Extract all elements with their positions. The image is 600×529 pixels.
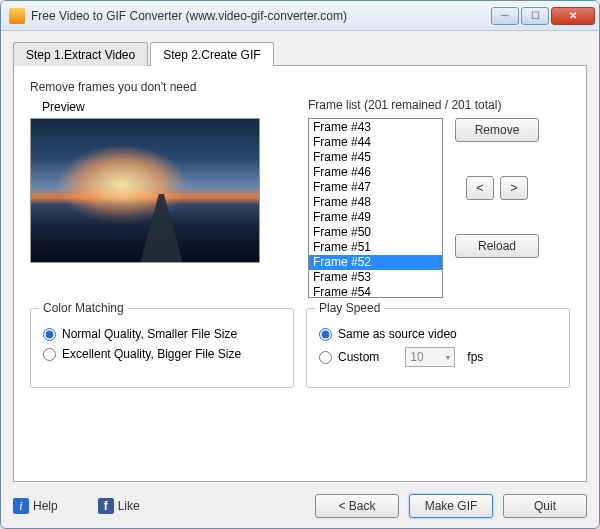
tab-page-step2: Remove frames you don't need Preview Fra… bbox=[13, 65, 587, 482]
remove-button[interactable]: Remove bbox=[455, 118, 539, 142]
fps-value: 10 bbox=[410, 350, 423, 364]
app-icon bbox=[9, 8, 25, 24]
back-button[interactable]: < Back bbox=[315, 494, 399, 518]
radio-same-label: Same as source video bbox=[338, 327, 457, 341]
radio-normal-quality[interactable]: Normal Quality, Smaller File Size bbox=[43, 327, 281, 341]
fps-unit: fps bbox=[467, 350, 483, 364]
color-matching-title: Color Matching bbox=[39, 301, 128, 315]
frame-list-item[interactable]: Frame #45 bbox=[309, 150, 442, 165]
next-frame-button[interactable]: > bbox=[500, 176, 528, 200]
frame-list-label: Frame list (201 remained / 201 total) bbox=[308, 98, 570, 112]
radio-custom-speed[interactable]: Custom 10 ▾ fps bbox=[319, 347, 557, 367]
radio-excellent-label: Excellent Quality, Bigger File Size bbox=[62, 347, 241, 361]
like-label: Like bbox=[118, 499, 140, 513]
radio-same-input[interactable] bbox=[319, 328, 332, 341]
frame-list-item[interactable]: Frame #52 bbox=[309, 255, 442, 270]
frame-list-item[interactable]: Frame #54 bbox=[309, 285, 442, 298]
color-matching-group: Color Matching Normal Quality, Smaller F… bbox=[30, 308, 294, 388]
client-area: Step 1.Extract Video Step 2.Create GIF R… bbox=[1, 31, 599, 528]
window-title: Free Video to GIF Converter (www.video-g… bbox=[31, 9, 491, 23]
radio-excellent-input[interactable] bbox=[43, 348, 56, 361]
frame-list-item[interactable]: Frame #49 bbox=[309, 210, 442, 225]
tab-step1[interactable]: Step 1.Extract Video bbox=[13, 42, 148, 66]
radio-normal-input[interactable] bbox=[43, 328, 56, 341]
radio-normal-label: Normal Quality, Smaller File Size bbox=[62, 327, 237, 341]
remove-frames-title: Remove frames you don't need bbox=[30, 80, 292, 94]
fps-spinner[interactable]: 10 ▾ bbox=[405, 347, 455, 367]
frame-list-item[interactable]: Frame #47 bbox=[309, 180, 442, 195]
play-speed-group: Play Speed Same as source video Custom 1… bbox=[306, 308, 570, 388]
play-speed-title: Play Speed bbox=[315, 301, 384, 315]
tab-step2[interactable]: Step 2.Create GIF bbox=[150, 42, 273, 66]
help-icon: i bbox=[13, 498, 29, 514]
frame-list-item[interactable]: Frame #43 bbox=[309, 120, 442, 135]
titlebar[interactable]: Free Video to GIF Converter (www.video-g… bbox=[1, 1, 599, 31]
like-link[interactable]: f Like bbox=[98, 498, 140, 514]
minimize-button[interactable]: ─ bbox=[491, 7, 519, 25]
app-window: Free Video to GIF Converter (www.video-g… bbox=[0, 0, 600, 529]
radio-same-speed[interactable]: Same as source video bbox=[319, 327, 557, 341]
preview-image bbox=[30, 118, 260, 263]
frame-listbox[interactable]: Frame #43Frame #44Frame #45Frame #46Fram… bbox=[308, 118, 443, 298]
frame-list-item[interactable]: Frame #50 bbox=[309, 225, 442, 240]
facebook-icon: f bbox=[98, 498, 114, 514]
help-link[interactable]: i Help bbox=[13, 498, 58, 514]
make-gif-button[interactable]: Make GIF bbox=[409, 494, 493, 518]
radio-excellent-quality[interactable]: Excellent Quality, Bigger File Size bbox=[43, 347, 281, 361]
help-label: Help bbox=[33, 499, 58, 513]
frame-list-item[interactable]: Frame #51 bbox=[309, 240, 442, 255]
dropdown-icon: ▾ bbox=[446, 353, 450, 362]
radio-custom-input[interactable] bbox=[319, 351, 332, 364]
prev-frame-button[interactable]: < bbox=[466, 176, 494, 200]
frame-list-item[interactable]: Frame #46 bbox=[309, 165, 442, 180]
frame-list-item[interactable]: Frame #48 bbox=[309, 195, 442, 210]
maximize-button[interactable]: ☐ bbox=[521, 7, 549, 25]
reload-button[interactable]: Reload bbox=[455, 234, 539, 258]
preview-label: Preview bbox=[42, 100, 292, 114]
close-button[interactable]: ✕ bbox=[551, 7, 595, 25]
radio-custom-label: Custom bbox=[338, 350, 379, 364]
frame-list-item[interactable]: Frame #44 bbox=[309, 135, 442, 150]
quit-button[interactable]: Quit bbox=[503, 494, 587, 518]
bottom-bar: i Help f Like < Back Make GIF Quit bbox=[13, 482, 587, 518]
frame-list-item[interactable]: Frame #53 bbox=[309, 270, 442, 285]
preview-content bbox=[140, 194, 182, 262]
